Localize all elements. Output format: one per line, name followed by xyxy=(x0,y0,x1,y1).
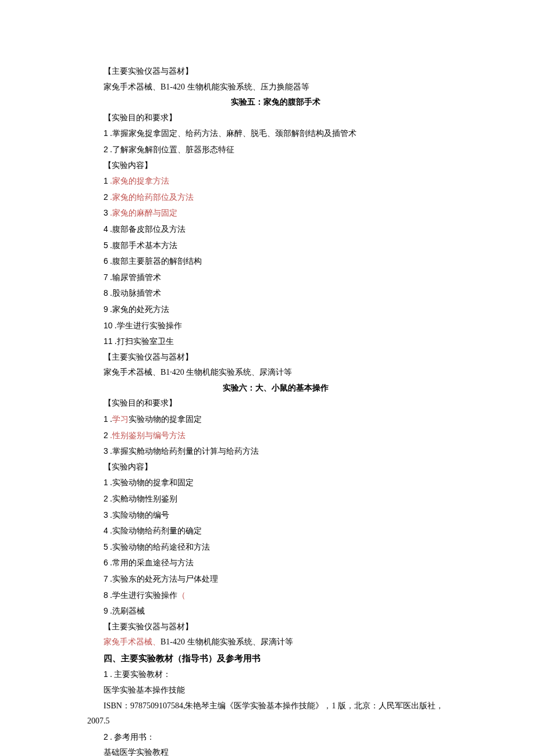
text: .了解家兔解剖位置、脏器形态特征 xyxy=(108,145,234,154)
exp5-c6: 6 .腹部主要脏器的解剖结构 xyxy=(104,253,448,270)
num: 2 xyxy=(104,494,108,503)
text: .家兔的处死方法 xyxy=(108,305,169,314)
num: 1 xyxy=(104,176,108,185)
exp5-c10: 10 .学生进行实验操作 xyxy=(104,318,448,334)
num: 1 xyxy=(104,414,108,424)
experiment-6-title: 实验六：大、小鼠的基本操作 xyxy=(104,381,448,396)
num: 5 xyxy=(104,241,108,250)
num: 11 xyxy=(104,336,113,346)
num: 2 xyxy=(104,732,108,741)
sec4-p2: 医学实验基本操作技能 xyxy=(104,683,448,698)
sec4-p4: 2 . 参考用书： xyxy=(104,729,448,746)
num: 8 xyxy=(104,288,108,298)
num: 3 xyxy=(104,446,108,456)
num: 1 xyxy=(104,128,108,138)
exp6-c9: 9 .洗刷器械 xyxy=(104,603,448,619)
document-page: 【主要实验仪器与器材】 家兔手术器械、B1-420 生物机能实验系统、压力换能器… xyxy=(0,0,535,756)
exp6-c1: 1 .实验动物的捉拿和固定 xyxy=(104,475,448,491)
exp6-c5: 5 .实验动物的给药途径和方法 xyxy=(104,539,448,556)
sec4-p1: 1 . 主要实验教材： xyxy=(104,667,448,683)
exp5-c4: 4 .腹部备皮部位及方法 xyxy=(104,221,448,238)
exp6-aim-3: 3 .掌握实舱动物给药剂量的计算与给药方法 xyxy=(104,443,448,460)
exp6-inst-text: 家兔手术器械、B1-420 生物机能实验系统、尿滴计等 xyxy=(104,635,448,650)
text: .实验东的处死方法与尸体处理 xyxy=(108,575,218,583)
exp5-c8: 8 .股动脉插管术 xyxy=(104,285,448,302)
text: .实验动物的给药途径和方法 xyxy=(108,543,210,551)
text: .腹部备皮部位及方法 xyxy=(108,225,186,234)
exp5-inst-heading: 【主要实验仪器与器材】 xyxy=(104,350,448,366)
text: . 主要实验教材： xyxy=(108,670,172,679)
exp6-aim-2: 2 .性别鉴别与编号方法 xyxy=(104,428,448,444)
exp5-c1: 1 .家兔的捉拿方法 xyxy=(104,173,448,189)
exp5-c5: 5 .腹部手术基本方法 xyxy=(104,238,448,254)
exp6-aim-1: 1 .学习实验动物的捉拿固定 xyxy=(104,411,448,428)
exp5-aim-heading: 【实验目的和要求】 xyxy=(104,110,448,126)
exp5-c11: 11 .打扫实验室卫生 xyxy=(104,334,448,350)
red-text: 学习 xyxy=(112,415,129,424)
exp5-c3: 3 .家兔的麻醉与固定 xyxy=(104,205,448,221)
rest-text: B1-420 生物机能实验系统、尿滴计等 xyxy=(160,637,293,646)
num: 6 xyxy=(104,256,108,266)
num: 7 xyxy=(104,273,108,282)
exp5-c7: 7 .输尿管插管术 xyxy=(104,270,448,286)
exp6-c3: 3 .实险动物的编号 xyxy=(104,507,448,524)
text: .腹部主要脏器的解剖结构 xyxy=(108,257,202,266)
exp6-c4: 4 .实险动物给药剂量的确定 xyxy=(104,523,448,539)
section-4-title: 四、主要实验教材（指导书）及参考用书 xyxy=(104,650,448,667)
exp6-inst-heading: 【主要实验仪器与器材】 xyxy=(104,619,448,635)
text: .输尿管插管术 xyxy=(108,273,161,282)
text: .学生进行实验操作 xyxy=(108,591,177,600)
num: 4 xyxy=(104,526,108,535)
text: .家兔的捉拿方法 xyxy=(108,177,169,185)
exp6-aim-heading: 【实验目的和要求】 xyxy=(104,396,448,411)
text: .学生进行实验操作 xyxy=(113,321,182,330)
experiment-5-title: 实验五：家兔的腹部手术 xyxy=(104,95,448,110)
text: .家兔的麻醉与固定 xyxy=(108,209,177,217)
num: 1 xyxy=(104,669,108,679)
num: 10 xyxy=(104,321,113,330)
exp5-c2: 2 .家兔的给药部位及方法 xyxy=(104,189,448,206)
exp5-content-heading: 【实验内容】 xyxy=(104,158,448,174)
content-body-2: 2 . 参考用书： 基础医学实验教程 xyxy=(87,729,448,756)
text: .实险动物的编号 xyxy=(108,511,169,519)
text: .性别鉴别与编号方法 xyxy=(108,431,186,440)
paren: （ xyxy=(177,591,186,600)
text: .实验动物的捉拿和固定 xyxy=(108,478,194,487)
text: .家兔的给药部位及方法 xyxy=(108,193,194,202)
num: 1 xyxy=(104,478,108,487)
exp5-inst-text: 家兔手术器械、B1·420 生物机能实验系统、尿滴计等 xyxy=(104,365,448,381)
text: .股动脉插管术 xyxy=(108,289,161,298)
exp5-c9: 9 .家兔的处死方法 xyxy=(104,302,448,318)
pre: . xyxy=(108,415,112,424)
num: 9 xyxy=(104,606,108,615)
exp5-aim-2: 2 .了解家兔解剖位置、脏器形态特征 xyxy=(104,142,448,158)
text: .掌握家兔捉拿固定、给药方法、麻醉、脱毛、颈部解剖结构及插管术 xyxy=(108,129,356,138)
text: .打扫实验室卫生 xyxy=(113,337,174,346)
num: 2 xyxy=(104,431,108,440)
exp6-c7: 7 .实验东的处死方法与尸体处理 xyxy=(104,571,448,587)
exp5-aim-1: 1 .掌握家兔捉拿固定、给药方法、麻醉、脱毛、颈部解剖结构及插管术 xyxy=(104,126,448,142)
num: 2 xyxy=(104,145,108,154)
num: 7 xyxy=(104,574,108,583)
num: 9 xyxy=(104,304,108,314)
instruments-text: 家兔手术器械、B1-420 生物机能实验系统、压力换能器等 xyxy=(104,80,448,95)
exp6-content-heading: 【实验内容】 xyxy=(104,460,448,475)
sec4-p5: 基础医学实验教程 xyxy=(104,745,448,756)
exp6-c6: 6 .常用的采血途径与方法 xyxy=(104,555,448,571)
num: 8 xyxy=(104,590,108,600)
red-text: 家兔手术器械、 xyxy=(104,637,160,646)
text: .实险动物给药剂量的确定 xyxy=(108,526,202,535)
rest-text: 实验动物的捉拿固定 xyxy=(129,415,202,424)
exp6-c2: 2 .实舱动物性别鉴别 xyxy=(104,491,448,507)
num: 4 xyxy=(104,224,108,234)
num: 2 xyxy=(104,192,108,202)
num: 3 xyxy=(104,208,108,217)
sec4-p3: ISBN：9787509107584,朱艳琴主编《医学实验基本操作技能》，1 版… xyxy=(104,698,448,714)
num: 5 xyxy=(104,542,108,551)
text: .腹部手术基本方法 xyxy=(108,241,177,250)
exp6-c8: 8 .学生进行实验操作（ xyxy=(104,587,448,604)
text: .常用的采血途径与方法 xyxy=(108,558,194,567)
text: .洗刷器械 xyxy=(108,607,145,615)
text: .实舱动物性别鉴别 xyxy=(108,495,177,503)
content-body: 【主要实验仪器与器材】 家兔手术器械、B1-420 生物机能实验系统、压力换能器… xyxy=(87,64,448,714)
